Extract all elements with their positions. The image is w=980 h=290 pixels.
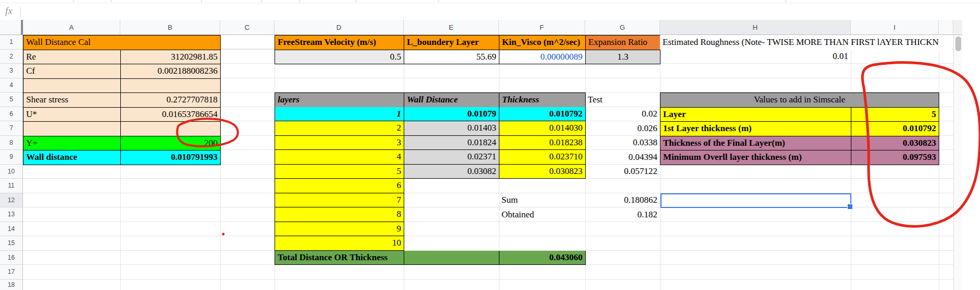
col-header-H[interactable]: H [660, 20, 851, 35]
cell-D12[interactable]: 7 [275, 193, 404, 208]
col-header-F[interactable]: F [499, 20, 585, 35]
cell-I7-first-layer-value[interactable]: 0.010792 [851, 122, 939, 136]
cell-D2[interactable]: 0.5 [275, 50, 404, 65]
cell-H1-roughness-note[interactable]: Estimated Roughness (Note- TWISE MORE TH… [660, 35, 952, 50]
cell-E1[interactable]: L_boundery Layer [404, 36, 499, 50]
row-header-1[interactable]: 1 [0, 35, 23, 50]
col-header-G[interactable]: G [585, 20, 660, 35]
row-header-15[interactable]: 15 [0, 236, 23, 251]
cell-D8[interactable]: 3 [275, 136, 404, 150]
cell-D1[interactable]: FreeStream Velocity (m/s) [275, 36, 404, 50]
cell-B9-wall-distance-value[interactable]: 0.010791993 [121, 150, 221, 165]
cell-D16-total-label[interactable]: Total Distance OR Thickness [275, 251, 404, 265]
cell-A4[interactable] [24, 79, 121, 94]
cell-E5-walldistance-header[interactable]: Wall Distance [404, 93, 499, 108]
cell-E16[interactable] [404, 251, 499, 265]
cell-B3[interactable]: 0.002188008236 [121, 64, 221, 79]
cell-F10[interactable]: 0.030823 [499, 165, 586, 179]
cell-D5-layers-header[interactable]: layers [275, 93, 404, 108]
cell-A7[interactable] [24, 122, 121, 136]
row-header-14[interactable]: 14 [0, 222, 23, 237]
cell-E10[interactable]: 0.03082 [404, 165, 499, 179]
cell-A9-wall-distance[interactable]: Wall distance [24, 150, 121, 165]
formula-input[interactable] [24, 4, 959, 18]
row-header-10[interactable]: 10 [0, 165, 23, 179]
cell-E2[interactable]: 55.69 [404, 50, 499, 65]
cell-G5-test-header[interactable]: Test [585, 92, 660, 107]
cell-G9[interactable]: 0.04394 [585, 150, 660, 165]
col-header-D[interactable]: D [275, 20, 404, 35]
cell-G12-sum-value[interactable]: 0.180862 [585, 193, 660, 208]
cell-B6[interactable]: 0.01653786654 [121, 108, 221, 122]
cell-A3[interactable]: Cf [24, 64, 121, 79]
cell-A6[interactable]: U* [24, 108, 121, 122]
row-header-8[interactable]: 8 [0, 136, 23, 150]
cell-D13[interactable]: 8 [275, 207, 404, 222]
cell-H8-final-layer[interactable]: Thickness of the Final Layer(m) [660, 136, 851, 151]
row-header-16[interactable]: 16 [0, 251, 23, 265]
row-header-9[interactable]: 9 [0, 150, 23, 165]
col-header-I[interactable]: I [851, 20, 939, 35]
cell-D7[interactable]: 2 [275, 121, 404, 136]
cell-I6-layer-value[interactable]: 5 [851, 108, 939, 122]
cell-D14[interactable]: 9 [275, 222, 404, 237]
vertical-scrollbar-track[interactable] [953, 35, 962, 290]
cell-A2[interactable]: Re [24, 50, 121, 65]
cell-D15[interactable]: 10 [275, 236, 404, 251]
col-header-E[interactable]: E [404, 20, 499, 35]
row-header-17[interactable]: 17 [0, 265, 23, 280]
cell-G10[interactable]: 0.057122 [585, 165, 660, 179]
select-all-corner[interactable] [0, 20, 23, 35]
cell-H9-min-overall[interactable]: Minimum Overll layer thickness (m) [660, 150, 851, 165]
cell-G1[interactable]: Expansion Ratio [586, 36, 660, 50]
row-header-5[interactable]: 5 [0, 92, 23, 107]
cell-F6[interactable]: 0.010792 [499, 107, 586, 122]
row-header-4[interactable]: 4 [0, 78, 23, 93]
row-header-11[interactable]: 11 [0, 179, 23, 193]
selected-cell-H12[interactable] [660, 193, 851, 208]
col-header-C[interactable]: C [220, 20, 275, 35]
cell-F12-sum-label[interactable]: Sum [499, 193, 585, 208]
cell-G7[interactable]: 0.026 [585, 121, 660, 136]
cell-H6-layer[interactable]: Layer [660, 108, 851, 122]
cell-A1-title[interactable]: Wall Distance Cal [24, 36, 221, 50]
row-header-6[interactable]: 6 [0, 107, 23, 122]
cell-F2[interactable]: 0.00000089 [499, 50, 586, 65]
cell-A5[interactable]: Shear stress [24, 93, 121, 108]
cell-D6[interactable]: 1 [275, 107, 404, 122]
cell-D10[interactable]: 5 [275, 165, 404, 179]
cell-I8-final-layer-value[interactable]: 0.030823 [851, 136, 939, 151]
cell-E8[interactable]: 0.01824 [404, 136, 499, 150]
cell-H7-first-layer[interactable]: 1st Layer thickness (m) [660, 122, 851, 136]
cell-I9-min-overall-value[interactable]: 0.097593 [851, 150, 939, 165]
col-header-J-partial[interactable] [939, 20, 953, 35]
row-header-7[interactable]: 7 [0, 121, 23, 136]
cell-A8-yplus[interactable]: Y+ [24, 136, 121, 151]
cell-B7[interactable] [121, 122, 221, 136]
cell-B4[interactable] [121, 79, 221, 94]
col-header-A[interactable]: A [23, 20, 120, 35]
cell-G8[interactable]: 0.0338 [585, 136, 660, 150]
cell-F16-total-value[interactable]: 0.043060 [499, 251, 586, 265]
cell-G2[interactable]: 1.3 [586, 50, 660, 65]
cell-B5[interactable]: 0.2727707818 [121, 93, 221, 108]
fill-handle[interactable] [847, 204, 853, 210]
cell-F9[interactable]: 0.023710 [499, 150, 586, 165]
cell-F1[interactable]: Kin_Visco (m^2/sec) [499, 36, 586, 50]
vertical-scrollbar-thumb[interactable] [955, 37, 961, 51]
cell-F5-thickness-header[interactable]: Thickness [499, 93, 586, 108]
row-header-3[interactable]: 3 [0, 64, 23, 78]
row-header-18[interactable]: 18 [0, 280, 23, 290]
cell-F8[interactable]: 0.018238 [499, 136, 586, 150]
row-header-13[interactable]: 13 [0, 207, 23, 222]
cell-H2-roughness-value[interactable]: 0.01 [660, 50, 851, 64]
cell-F7[interactable]: 0.014030 [499, 121, 586, 136]
cell-D11[interactable]: 6 [275, 179, 404, 193]
cell-E6[interactable]: 0.01079 [404, 107, 499, 122]
cell-B2[interactable]: 31202981.85 [121, 50, 221, 65]
col-header-B[interactable]: B [120, 20, 220, 35]
cell-E7[interactable]: 0.01403 [404, 121, 499, 136]
cell-F13-obtained-label[interactable]: Obtained [499, 207, 585, 222]
cell-G13-obtained-value[interactable]: 0.182 [585, 207, 660, 222]
row-header-2[interactable]: 2 [0, 50, 23, 64]
